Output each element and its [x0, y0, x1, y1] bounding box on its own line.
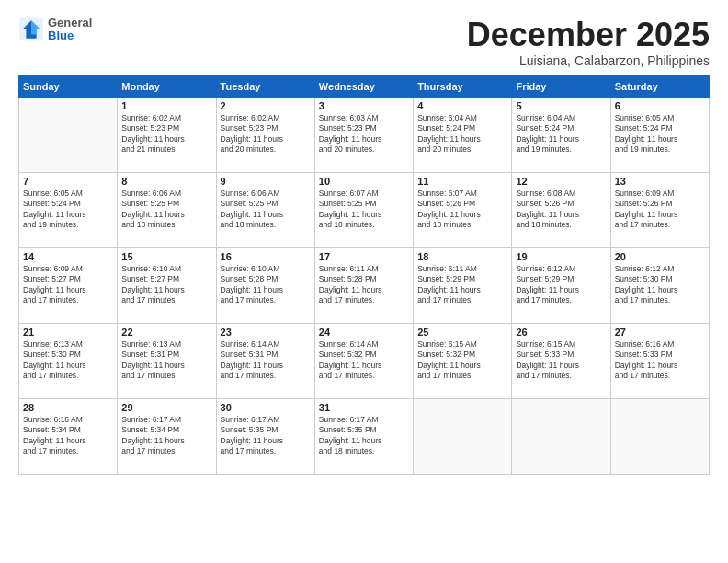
logo: General Blue — [18, 17, 92, 43]
day-number: 27 — [615, 327, 705, 338]
logo-general: General — [48, 17, 92, 29]
table-row: 18Sunrise: 6:11 AM Sunset: 5:29 PM Dayli… — [414, 247, 512, 323]
day-info: Sunrise: 6:15 AM Sunset: 5:33 PM Dayligh… — [516, 339, 606, 382]
day-number: 14 — [23, 251, 113, 262]
day-number: 13 — [615, 176, 705, 187]
location-subtitle: Luisiana, Calabarzon, Philippines — [467, 53, 710, 68]
day-info: Sunrise: 6:04 AM Sunset: 5:24 PM Dayligh… — [516, 113, 606, 155]
day-number: 15 — [121, 251, 211, 262]
col-tuesday: Tuesday — [216, 75, 314, 97]
day-info: Sunrise: 6:12 AM Sunset: 5:29 PM Dayligh… — [516, 264, 606, 306]
day-number: 7 — [23, 176, 113, 187]
table-row: 25Sunrise: 6:15 AM Sunset: 5:32 PM Dayli… — [414, 323, 512, 398]
calendar-week-1: 7Sunrise: 6:05 AM Sunset: 5:24 PM Daylig… — [19, 172, 710, 247]
day-number: 23 — [221, 327, 311, 338]
day-number: 19 — [516, 251, 606, 262]
day-info: Sunrise: 6:17 AM Sunset: 5:35 PM Dayligh… — [319, 415, 409, 457]
day-number: 2 — [221, 100, 311, 111]
table-row: 8Sunrise: 6:06 AM Sunset: 5:25 PM Daylig… — [118, 172, 216, 247]
day-info: Sunrise: 6:08 AM Sunset: 5:26 PM Dayligh… — [516, 189, 606, 231]
table-row: 24Sunrise: 6:14 AM Sunset: 5:32 PM Dayli… — [314, 323, 413, 398]
day-info: Sunrise: 6:07 AM Sunset: 5:26 PM Dayligh… — [417, 189, 507, 231]
logo-blue: Blue — [48, 29, 92, 42]
day-number: 26 — [516, 327, 606, 338]
logo-text: General Blue — [48, 17, 92, 43]
day-number: 17 — [319, 251, 409, 262]
day-info: Sunrise: 6:05 AM Sunset: 5:24 PM Dayligh… — [23, 189, 113, 231]
table-row — [414, 398, 512, 474]
table-row: 11Sunrise: 6:07 AM Sunset: 5:26 PM Dayli… — [414, 172, 512, 247]
day-number: 20 — [615, 251, 705, 262]
day-info: Sunrise: 6:16 AM Sunset: 5:34 PM Dayligh… — [23, 415, 113, 457]
day-number: 1 — [121, 100, 211, 111]
day-info: Sunrise: 6:17 AM Sunset: 5:34 PM Dayligh… — [121, 415, 211, 457]
header: General Blue December 2025 Luisiana, Cal… — [18, 17, 710, 68]
day-number: 30 — [221, 402, 311, 413]
table-row — [512, 398, 610, 474]
table-row: 2Sunrise: 6:02 AM Sunset: 5:23 PM Daylig… — [216, 97, 314, 172]
calendar-week-2: 14Sunrise: 6:09 AM Sunset: 5:27 PM Dayli… — [19, 247, 710, 323]
table-row: 23Sunrise: 6:14 AM Sunset: 5:31 PM Dayli… — [216, 323, 314, 398]
table-row: 15Sunrise: 6:10 AM Sunset: 5:27 PM Dayli… — [118, 247, 216, 323]
day-info: Sunrise: 6:17 AM Sunset: 5:35 PM Dayligh… — [221, 415, 311, 457]
month-title: December 2025 — [467, 17, 710, 53]
table-row: 20Sunrise: 6:12 AM Sunset: 5:30 PM Dayli… — [610, 247, 709, 323]
day-number: 22 — [121, 327, 211, 338]
table-row: 7Sunrise: 6:05 AM Sunset: 5:24 PM Daylig… — [19, 172, 118, 247]
day-info: Sunrise: 6:07 AM Sunset: 5:25 PM Dayligh… — [319, 189, 409, 231]
table-row: 22Sunrise: 6:13 AM Sunset: 5:31 PM Dayli… — [118, 323, 216, 398]
day-number: 4 — [417, 100, 507, 111]
table-row: 10Sunrise: 6:07 AM Sunset: 5:25 PM Dayli… — [314, 172, 413, 247]
day-info: Sunrise: 6:13 AM Sunset: 5:30 PM Dayligh… — [23, 339, 113, 382]
day-info: Sunrise: 6:10 AM Sunset: 5:27 PM Dayligh… — [121, 264, 211, 306]
day-number: 3 — [319, 100, 409, 111]
page: General Blue December 2025 Luisiana, Cal… — [0, 0, 728, 563]
calendar: Sunday Monday Tuesday Wednesday Thursday… — [18, 75, 710, 475]
day-number: 5 — [516, 100, 606, 111]
day-number: 28 — [23, 402, 113, 413]
table-row: 1Sunrise: 6:02 AM Sunset: 5:23 PM Daylig… — [118, 97, 216, 172]
col-wednesday: Wednesday — [314, 75, 413, 97]
day-number: 11 — [417, 176, 507, 187]
table-row: 5Sunrise: 6:04 AM Sunset: 5:24 PM Daylig… — [512, 97, 610, 172]
col-sunday: Sunday — [19, 75, 118, 97]
title-block: December 2025 Luisiana, Calabarzon, Phil… — [467, 17, 710, 68]
day-info: Sunrise: 6:16 AM Sunset: 5:33 PM Dayligh… — [615, 339, 705, 382]
day-number: 9 — [221, 176, 311, 187]
table-row: 3Sunrise: 6:03 AM Sunset: 5:23 PM Daylig… — [314, 97, 413, 172]
day-number: 31 — [319, 402, 409, 413]
table-row: 21Sunrise: 6:13 AM Sunset: 5:30 PM Dayli… — [19, 323, 118, 398]
table-row: 13Sunrise: 6:09 AM Sunset: 5:26 PM Dayli… — [610, 172, 709, 247]
day-info: Sunrise: 6:14 AM Sunset: 5:31 PM Dayligh… — [221, 339, 311, 382]
table-row: 14Sunrise: 6:09 AM Sunset: 5:27 PM Dayli… — [19, 247, 118, 323]
day-info: Sunrise: 6:02 AM Sunset: 5:23 PM Dayligh… — [121, 113, 211, 155]
table-row: 12Sunrise: 6:08 AM Sunset: 5:26 PM Dayli… — [512, 172, 610, 247]
col-friday: Friday — [512, 75, 610, 97]
day-number: 25 — [417, 327, 507, 338]
table-row: 31Sunrise: 6:17 AM Sunset: 5:35 PM Dayli… — [314, 398, 413, 474]
col-monday: Monday — [118, 75, 216, 97]
table-row: 16Sunrise: 6:10 AM Sunset: 5:28 PM Dayli… — [216, 247, 314, 323]
day-number: 10 — [319, 176, 409, 187]
table-row: 30Sunrise: 6:17 AM Sunset: 5:35 PM Dayli… — [216, 398, 314, 474]
calendar-week-0: 1Sunrise: 6:02 AM Sunset: 5:23 PM Daylig… — [19, 97, 710, 172]
day-info: Sunrise: 6:02 AM Sunset: 5:23 PM Dayligh… — [221, 113, 311, 155]
day-info: Sunrise: 6:06 AM Sunset: 5:25 PM Dayligh… — [121, 189, 211, 231]
day-number: 8 — [121, 176, 211, 187]
col-saturday: Saturday — [610, 75, 709, 97]
day-info: Sunrise: 6:10 AM Sunset: 5:28 PM Dayligh… — [221, 264, 311, 306]
day-info: Sunrise: 6:13 AM Sunset: 5:31 PM Dayligh… — [121, 339, 211, 382]
table-row: 9Sunrise: 6:06 AM Sunset: 5:25 PM Daylig… — [216, 172, 314, 247]
table-row: 29Sunrise: 6:17 AM Sunset: 5:34 PM Dayli… — [118, 398, 216, 474]
day-number: 29 — [121, 402, 211, 413]
day-info: Sunrise: 6:11 AM Sunset: 5:29 PM Dayligh… — [417, 264, 507, 306]
day-info: Sunrise: 6:04 AM Sunset: 5:24 PM Dayligh… — [417, 113, 507, 155]
table-row: 19Sunrise: 6:12 AM Sunset: 5:29 PM Dayli… — [512, 247, 610, 323]
table-row — [19, 97, 118, 172]
table-row: 6Sunrise: 6:05 AM Sunset: 5:24 PM Daylig… — [610, 97, 709, 172]
day-info: Sunrise: 6:06 AM Sunset: 5:25 PM Dayligh… — [221, 189, 311, 231]
day-number: 21 — [23, 327, 113, 338]
calendar-week-4: 28Sunrise: 6:16 AM Sunset: 5:34 PM Dayli… — [19, 398, 710, 474]
day-number: 16 — [221, 251, 311, 262]
table-row: 26Sunrise: 6:15 AM Sunset: 5:33 PM Dayli… — [512, 323, 610, 398]
